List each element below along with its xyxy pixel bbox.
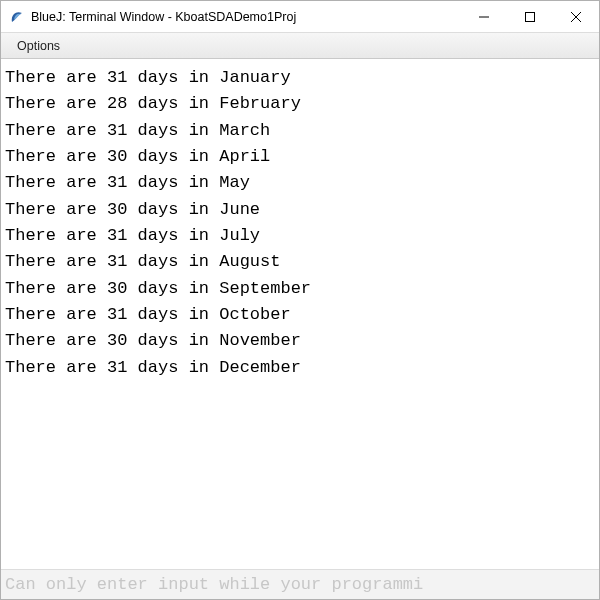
window-title: BlueJ: Terminal Window - KboatSDADemo1Pr…	[31, 10, 461, 24]
menu-options[interactable]: Options	[9, 36, 68, 56]
output-line: There are 30 days in June	[5, 197, 595, 223]
terminal-window: BlueJ: Terminal Window - KboatSDADemo1Pr…	[0, 0, 600, 600]
output-line: There are 30 days in September	[5, 276, 595, 302]
output-line: There are 31 days in July	[5, 223, 595, 249]
app-icon	[9, 9, 25, 25]
output-line: There are 31 days in May	[5, 170, 595, 196]
window-controls	[461, 1, 599, 32]
output-line: There are 31 days in October	[5, 302, 595, 328]
terminal-input-hint: Can only enter input while your programm…	[1, 569, 599, 599]
menubar: Options	[1, 33, 599, 59]
output-line: There are 30 days in November	[5, 328, 595, 354]
output-line: There are 31 days in August	[5, 249, 595, 275]
close-button[interactable]	[553, 1, 599, 32]
output-line: There are 31 days in December	[5, 355, 595, 381]
svg-rect-1	[526, 12, 535, 21]
maximize-button[interactable]	[507, 1, 553, 32]
output-line: There are 31 days in March	[5, 118, 595, 144]
output-line: There are 30 days in April	[5, 144, 595, 170]
output-line: There are 28 days in February	[5, 91, 595, 117]
minimize-button[interactable]	[461, 1, 507, 32]
titlebar: BlueJ: Terminal Window - KboatSDADemo1Pr…	[1, 1, 599, 33]
output-line: There are 31 days in January	[5, 65, 595, 91]
terminal-output[interactable]: There are 31 days in JanuaryThere are 28…	[1, 59, 599, 569]
